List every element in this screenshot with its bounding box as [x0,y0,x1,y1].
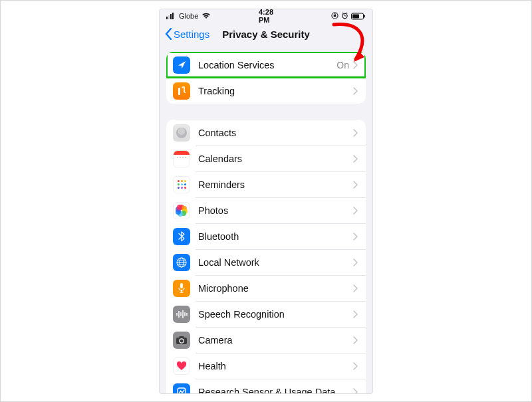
chevron-right-icon [353,233,358,241]
chevron-right-icon [353,336,358,344]
svg-rect-5 [334,15,336,17]
waveform-icon [173,306,190,323]
back-label: Settings [174,29,209,40]
settings-group-location: Location Services On Tracking [166,52,366,104]
chevron-right-icon [353,129,358,137]
row-reminders[interactable]: Reminders [166,171,366,197]
row-label: Local Network [198,257,353,268]
row-bluetooth[interactable]: Bluetooth [166,223,366,249]
navigation-bar: Settings Privacy & Security [160,23,372,45]
row-label: Tracking [198,86,353,96]
screenshot-frame: Globe 4:28 PM [0,0,532,402]
row-contacts[interactable]: Contacts [166,120,366,146]
svg-rect-13 [364,15,366,17]
alarm-icon [341,12,348,21]
row-label: Contacts [198,128,353,138]
row-health[interactable]: Health [166,353,366,379]
row-label: Photos [198,205,353,216]
settings-group-apps: Contacts Calendars [166,120,366,394]
chevron-right-icon [353,207,358,215]
photos-icon [173,202,190,219]
row-photos[interactable]: Photos [166,197,366,223]
location-arrow-icon [173,56,190,74]
row-label: Reminders [198,179,353,190]
camera-icon [173,332,190,349]
research-icon [173,383,190,395]
svg-rect-1 [168,15,170,19]
row-local-network[interactable]: Local Network [166,249,366,275]
chevron-right-icon [353,362,358,370]
row-label: Speech Recognition [198,309,353,320]
cell-signal-icon [166,13,176,19]
chevron-right-icon [353,87,358,95]
row-tracking[interactable]: Tracking [166,78,366,104]
svg-rect-0 [166,17,168,19]
status-time: 4:28 PM [259,9,273,24]
ios-settings-phone: Globe 4:28 PM [159,9,373,394]
chevron-right-icon [353,61,358,69]
row-label: Location Services [198,60,336,70]
back-button[interactable]: Settings [165,28,209,40]
row-label: Microphone [198,283,353,294]
svg-line-9 [342,13,343,13]
row-location-services[interactable]: Location Services On [166,52,366,78]
wifi-icon [201,13,211,19]
chevron-right-icon [353,284,358,292]
calendar-icon [173,150,190,167]
row-speech-recognition[interactable]: Speech Recognition [166,301,366,327]
row-value: On [336,60,349,70]
status-bar: Globe 4:28 PM [160,9,372,23]
carrier-label: Globe [179,12,198,20]
svg-rect-2 [170,14,172,19]
microphone-icon [173,280,190,297]
row-label: Calendars [198,153,353,164]
svg-rect-29 [180,336,184,338]
chevron-right-icon [353,258,358,266]
svg-rect-3 [172,13,174,19]
row-label: Research Sensor & Usage Data [198,387,353,395]
svg-line-10 [346,13,347,13]
row-camera[interactable]: Camera [166,327,366,353]
orientation-lock-icon [331,12,338,21]
row-label: Bluetooth [198,231,353,242]
reminders-icon [173,176,190,193]
bluetooth-icon [173,228,190,245]
row-microphone[interactable]: Microphone [166,275,366,301]
chevron-right-icon [353,181,358,189]
tracking-icon [173,82,190,100]
row-label: Camera [198,335,353,346]
battery-icon [351,13,366,20]
row-calendars[interactable]: Calendars [166,146,366,171]
chevron-right-icon [353,155,358,163]
chevron-right-icon [353,388,358,395]
chevron-left-icon [165,28,172,40]
row-research[interactable]: Research Sensor & Usage Data [166,379,366,394]
health-heart-icon [173,357,190,375]
settings-list[interactable]: Location Services On Tracking [160,45,372,394]
chevron-right-icon [353,310,358,318]
svg-rect-19 [180,283,183,288]
globe-network-icon [173,254,190,271]
contacts-icon [173,124,190,142]
svg-rect-12 [352,14,359,18]
row-label: Health [198,361,353,371]
